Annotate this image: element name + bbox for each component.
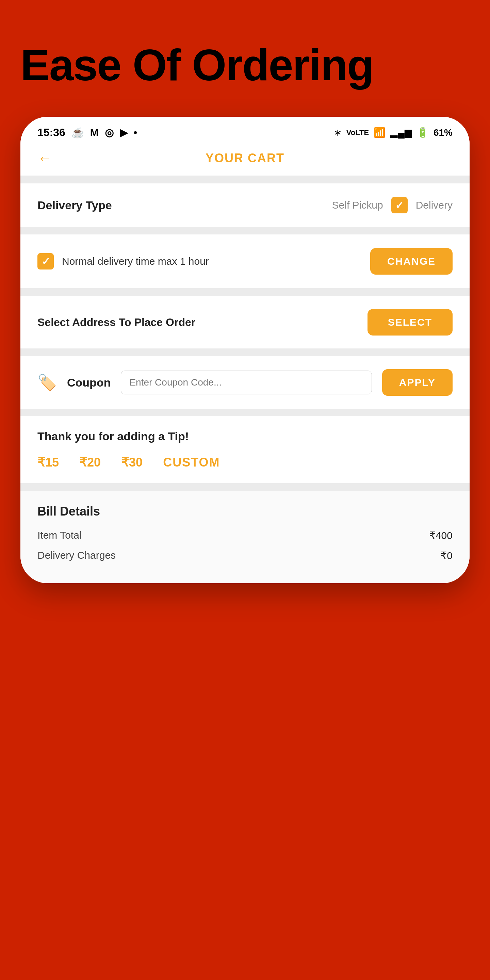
tip-option-15[interactable]: ₹15 xyxy=(37,455,59,469)
status-right: ∗ VoLTE 📶 ▂▄▆ 🔋 61% xyxy=(334,127,453,138)
coupon-section: 🏷️ Coupon APPLY xyxy=(21,356,469,409)
lte-icon: VoLTE xyxy=(347,128,369,137)
delivery-options: Self Pickup ✓ Delivery xyxy=(332,197,453,213)
delivery-time-checkbox[interactable]: ✓ xyxy=(37,253,54,269)
gmail-icon: M xyxy=(90,127,99,138)
address-section: Select Address To Place Order SELECT xyxy=(21,296,469,348)
tip-custom-button[interactable]: CUSTOM xyxy=(163,455,220,469)
status-left: 15:36 ☕ M ◎ ▶ • xyxy=(37,126,137,139)
tip-option-30[interactable]: ₹30 xyxy=(121,455,143,469)
page-title: Ease Of Ordering xyxy=(0,41,373,89)
phone-frame: 15:36 ☕ M ◎ ▶ • ∗ VoLTE 📶 ▂▄▆ 🔋 61% ← YO… xyxy=(21,117,469,583)
change-button[interactable]: CHANGE xyxy=(370,248,453,275)
coupon-icon: 🏷️ xyxy=(37,373,57,392)
bluetooth-icon: ∗ xyxy=(334,127,342,138)
coupon-label: Coupon xyxy=(67,376,111,389)
separator-4 xyxy=(21,348,469,356)
battery-icon: 🔋 xyxy=(417,127,429,138)
separator-1 xyxy=(21,176,469,183)
dot-icon: • xyxy=(134,127,137,138)
header-title: YOUR CART xyxy=(205,151,285,165)
status-bar: 15:36 ☕ M ◎ ▶ • ∗ VoLTE 📶 ▂▄▆ 🔋 61% xyxy=(21,117,469,144)
delivery-time-section: ✓ Normal delivery time max 1 hour CHANGE xyxy=(21,234,469,288)
tip-title: Thank you for adding a Tip! xyxy=(37,430,453,443)
self-pickup-option[interactable]: Self Pickup xyxy=(332,199,383,211)
address-label: Select Address To Place Order xyxy=(37,316,195,329)
battery-text: 61% xyxy=(434,127,453,138)
tip-option-20[interactable]: ₹20 xyxy=(79,455,101,469)
wifi-icon: 📶 xyxy=(374,127,385,138)
separator-6 xyxy=(21,483,469,491)
moto-icon: ◎ xyxy=(105,127,114,138)
item-total-value: ₹400 xyxy=(429,530,453,541)
bill-title: Bill Details xyxy=(37,504,453,519)
app-header: ← YOUR CART xyxy=(21,144,469,176)
tip-section: Thank you for adding a Tip! ₹15 ₹20 ₹30 … xyxy=(21,416,469,483)
separator-3 xyxy=(21,288,469,296)
status-time: 15:36 xyxy=(37,126,65,139)
apply-coupon-button[interactable]: APPLY xyxy=(382,369,453,396)
item-total-label: Item Total xyxy=(37,530,82,541)
signal-icon: ▂▄▆ xyxy=(390,127,412,138)
separator-2 xyxy=(21,227,469,234)
delivery-option[interactable]: Delivery xyxy=(416,199,453,211)
separator-5 xyxy=(21,409,469,416)
bill-row-delivery: Delivery Charges ₹0 xyxy=(37,550,453,562)
youtube-icon: ▶ xyxy=(120,127,127,138)
delivery-type-section: Delivery Type Self Pickup ✓ Delivery xyxy=(21,183,469,227)
back-button[interactable]: ← xyxy=(37,150,52,167)
delivery-charges-label: Delivery Charges xyxy=(37,550,116,562)
tip-options: ₹15 ₹20 ₹30 CUSTOM xyxy=(37,455,453,469)
bill-section: Bill Details Item Total ₹400 Delivery Ch… xyxy=(21,491,469,583)
delivery-time-text: Normal delivery time max 1 hour xyxy=(62,256,209,267)
whatsapp-icon: ☕ xyxy=(72,127,84,138)
delivery-checkbox[interactable]: ✓ xyxy=(391,197,408,213)
delivery-type-label: Delivery Type xyxy=(37,199,112,212)
delivery-time-left: ✓ Normal delivery time max 1 hour xyxy=(37,253,209,269)
select-address-button[interactable]: SELECT xyxy=(368,309,453,336)
delivery-charges-value: ₹0 xyxy=(440,550,453,562)
bill-row-item-total: Item Total ₹400 xyxy=(37,530,453,541)
coupon-input[interactable] xyxy=(121,371,372,395)
